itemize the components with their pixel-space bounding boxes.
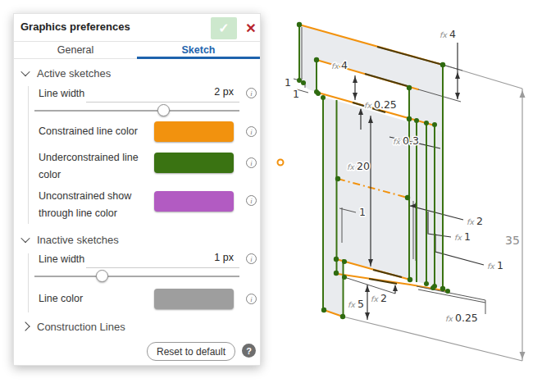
section-inactive-sketches[interactable]: Inactive sketches	[22, 231, 119, 248]
dim-label-4-right[interactable]: fx4	[440, 28, 456, 40]
inactive-line-width-label: Line width	[39, 251, 84, 268]
help-icon[interactable]: ?	[242, 344, 256, 358]
inactive-line-width-slider-thumb[interactable]	[96, 270, 108, 282]
info-icon[interactable]: i	[246, 294, 257, 304]
active-line-width-slider[interactable]	[34, 110, 239, 112]
sketch-origin-marker[interactable]	[278, 160, 284, 166]
inactive-line-width-slider[interactable]	[34, 276, 239, 277]
dim-label-1-b[interactable]: 1	[293, 88, 299, 100]
dim-label-35[interactable]: 35	[505, 234, 520, 247]
unconstrained-color-swatch[interactable]	[154, 191, 234, 212]
active-tab-indicator	[137, 57, 260, 59]
graphics-preferences-dialog: Graphics preferences ✓ ✕ General Sketch …	[13, 13, 261, 366]
info-icon[interactable]: i	[246, 157, 257, 168]
dim-label-03[interactable]: fx0.3	[393, 134, 419, 147]
app-canvas: 1 1 fx4 fx0.25 fx4 fx0.3 fx20 1 fx2 fx1 …	[0, 0, 542, 392]
inactive-line-width-value[interactable]: 1 px	[145, 252, 234, 263]
section-guide-line	[28, 253, 29, 312]
dim-label-1-lower[interactable]: fx1	[487, 259, 503, 271]
constrained-color-swatch[interactable]	[154, 121, 234, 142]
dim-label-2-bottom[interactable]: fx2	[371, 292, 387, 304]
tab-sketch[interactable]: Sketch	[137, 41, 260, 58]
active-line-width-label: Line width	[39, 85, 84, 103]
checkmark-icon: ✓	[218, 21, 229, 36]
unconstrained-color-label: Unconstrained show through line color	[39, 188, 162, 222]
close-button[interactable]: ✕	[242, 19, 260, 37]
constrained-color-label: Constrained line color	[39, 123, 153, 140]
dim-label-025-bottom[interactable]: fx0.25	[445, 312, 478, 324]
dim-label-1-right[interactable]: fx1	[454, 230, 471, 243]
info-icon[interactable]: i	[246, 195, 257, 206]
section-guide-line	[28, 86, 29, 224]
active-line-width-value[interactable]: 2 px	[145, 86, 234, 98]
underconstrained-color-swatch[interactable]	[154, 153, 234, 173]
active-line-width-underline	[86, 102, 239, 103]
reset-to-default-button[interactable]: Reset to default	[147, 342, 235, 361]
dim-label-20[interactable]: fx20	[347, 160, 370, 172]
info-icon[interactable]: i	[246, 126, 257, 137]
dim-label-025-top[interactable]: fx0.25	[364, 98, 397, 111]
dim-label-5-bottom[interactable]: fx5	[348, 298, 364, 310]
section-active-sketches[interactable]: Active sketches	[22, 65, 111, 81]
active-line-width-slider-thumb[interactable]	[157, 104, 170, 116]
underconstrained-color-label: Underconstrained line color	[39, 149, 157, 184]
chevron-right-icon	[20, 321, 30, 330]
inactive-line-width-underline	[86, 267, 239, 268]
confirm-button[interactable]: ✓	[211, 17, 237, 39]
close-icon: ✕	[245, 21, 256, 36]
dim-label-1-a[interactable]: 1	[285, 76, 291, 89]
dim-label-1-mid[interactable]: 1	[359, 206, 366, 218]
dim-label-2-right[interactable]: fx2	[467, 215, 483, 227]
chevron-down-icon	[20, 234, 30, 243]
info-icon[interactable]: i	[246, 88, 257, 98]
inactive-line-color-swatch[interactable]	[154, 289, 234, 309]
info-icon[interactable]: i	[246, 253, 257, 264]
tab-general[interactable]: General	[14, 41, 137, 58]
dialog-title: Graphics preferences	[20, 21, 130, 33]
inactive-line-color-label: Line color	[39, 290, 83, 308]
chevron-down-icon	[20, 67, 30, 76]
section-construction-lines[interactable]: Construction Lines	[22, 318, 125, 335]
